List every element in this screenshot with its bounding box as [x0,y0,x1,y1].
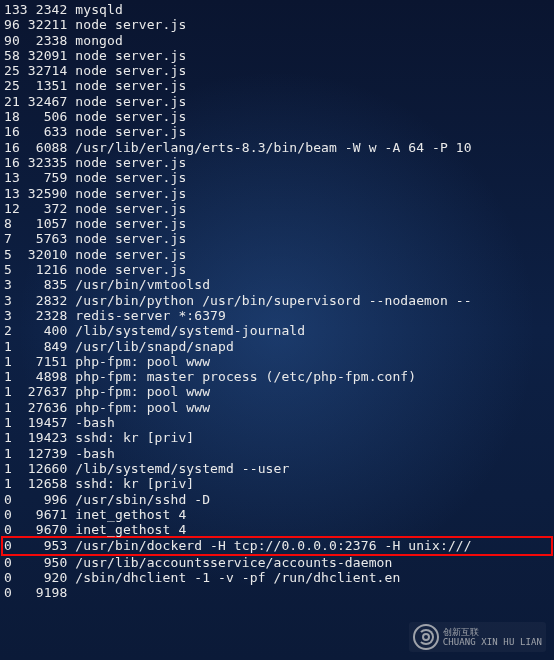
process-row: 133 2342 mysqld [4,2,550,17]
process-row: 5 32010 node server.js [4,247,550,262]
terminal-output: 133 2342 mysqld96 32211 node server.js90… [4,2,550,601]
process-row: 7 5763 node server.js [4,231,550,246]
process-row: 3 835 /usr/bin/vmtoolsd [4,277,550,292]
process-row: 90 2338 mongod [4,33,550,48]
process-row: 0 950 /usr/lib/accountsservice/accounts-… [4,555,550,570]
process-row: 8 1057 node server.js [4,216,550,231]
process-row: 25 1351 node server.js [4,78,550,93]
process-row: 1 849 /usr/lib/snapd/snapd [4,339,550,354]
process-row: 16 32335 node server.js [4,155,550,170]
process-row: 58 32091 node server.js [4,48,550,63]
process-row: 2 400 /lib/systemd/systemd-journald [4,323,550,338]
process-row: 1 4898 php-fpm: master process (/etc/php… [4,369,550,384]
process-row: 1 12658 sshd: kr [priv] [4,476,550,491]
process-row: 16 6088 /usr/lib/erlang/erts-8.3/bin/bea… [4,140,550,155]
process-row: 1 12660 /lib/systemd/systemd --user [4,461,550,476]
process-row: 0 9671 inet_gethost 4 [4,507,550,522]
watermark-sub: CHUANG XIN HU LIAN [443,637,542,647]
process-row: 0 920 /sbin/dhclient -1 -v -pf /run/dhcl… [4,570,550,585]
watermark-icon [413,624,439,650]
watermark-logo: 创新互联 CHUANG XIN HU LIAN [409,622,546,652]
process-row: 0 9670 inet_gethost 4 [4,522,550,537]
process-row: 18 506 node server.js [4,109,550,124]
process-row: 1 12739 -bash [4,446,550,461]
process-row: 1 19457 -bash [4,415,550,430]
process-row: 12 372 node server.js [4,201,550,216]
process-row: 3 2832 /usr/bin/python /usr/bin/supervis… [4,293,550,308]
process-row: 13 32590 node server.js [4,186,550,201]
process-row: 16 633 node server.js [4,124,550,139]
process-row: 25 32714 node server.js [4,63,550,78]
process-row: 0 9198 [4,585,550,600]
process-row: 5 1216 node server.js [4,262,550,277]
process-row: 3 2328 redis-server *:6379 [4,308,550,323]
process-row: 13 759 node server.js [4,170,550,185]
process-row: 96 32211 node server.js [4,17,550,32]
watermark-brand: 创新互联 [443,627,542,637]
process-row: 1 27637 php-fpm: pool www [4,384,550,399]
process-row: 0 996 /usr/sbin/sshd -D [4,492,550,507]
process-row: 1 19423 sshd: kr [priv] [4,430,550,445]
process-row: 21 32467 node server.js [4,94,550,109]
process-row: 1 27636 php-fpm: pool www [4,400,550,415]
process-row-highlighted: 0 953 /usr/bin/dockerd -H tcp://0.0.0.0:… [1,536,553,555]
process-row: 1 7151 php-fpm: pool www [4,354,550,369]
